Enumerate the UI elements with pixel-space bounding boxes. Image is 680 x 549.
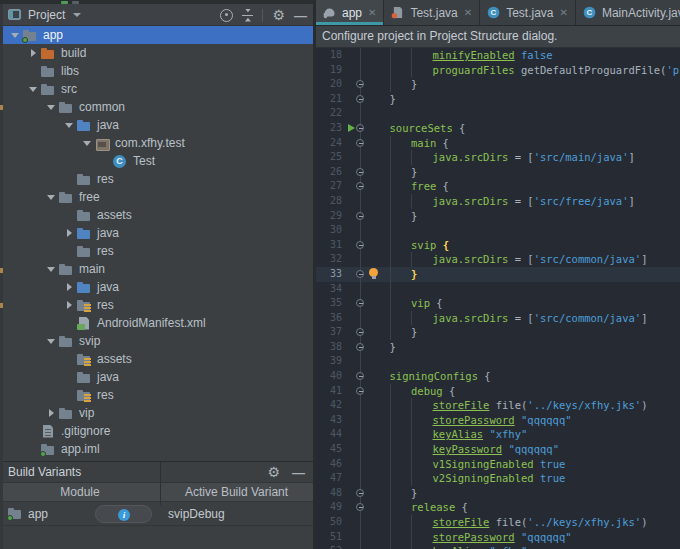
intention-bulb-icon[interactable] (369, 268, 379, 280)
tab-app-1[interactable]: app✕ (316, 0, 384, 25)
hide-panel-icon[interactable]: — (292, 466, 305, 479)
code-line-23[interactable]: 23sourceSets { (316, 121, 680, 136)
active-build-variant-cell[interactable]: svipDebug (160, 507, 225, 521)
code-line-33[interactable]: 33} (316, 267, 680, 282)
tree-item-res[interactable]: res (0, 296, 313, 314)
tree-item-java[interactable]: java (0, 224, 313, 242)
tree-item-free[interactable]: free (0, 188, 313, 206)
code-line-25[interactable]: 25java.srcDirs = ['src/main/java'] (316, 150, 680, 165)
fold-marker-icon[interactable] (356, 182, 364, 190)
tree-item-assets[interactable]: assets (0, 206, 313, 224)
gear-icon[interactable]: ⚙ (267, 466, 280, 479)
fold-marker-icon[interactable] (356, 124, 364, 132)
tree-item-res[interactable]: res (0, 170, 313, 188)
gear-icon[interactable]: ⚙ (272, 9, 285, 22)
tree-item-java[interactable]: java (0, 116, 313, 134)
code-line-27[interactable]: 27free { (316, 179, 680, 194)
tree-item-vip[interactable]: vip (0, 404, 313, 422)
collapse-all-icon[interactable] (242, 9, 253, 22)
code-line-26[interactable]: 26} (316, 165, 680, 180)
expand-arrow-closed-icon[interactable] (26, 46, 40, 60)
chevron-down-icon[interactable] (73, 13, 81, 17)
tree-item-androidmanifest-xml[interactable]: AndroidManifest.xml (0, 314, 313, 332)
code-line-22[interactable]: 22 (316, 106, 680, 121)
expand-arrow-open-icon[interactable] (44, 100, 58, 114)
code-line-44[interactable]: 44keyAlias "xfhy" (316, 427, 680, 442)
fold-marker-icon[interactable] (356, 328, 364, 336)
tree-item-java[interactable]: java (0, 278, 313, 296)
expand-arrow-open-icon[interactable] (8, 28, 22, 42)
fold-marker-icon[interactable] (356, 489, 364, 497)
fold-marker-icon[interactable] (356, 139, 364, 147)
fold-marker-icon[interactable] (356, 387, 364, 395)
code-line-40[interactable]: 40signingConfigs { (316, 369, 680, 384)
fold-marker-icon[interactable] (356, 343, 364, 351)
fold-marker-icon[interactable] (356, 95, 364, 103)
code-line-32[interactable]: 32java.srcDirs = ['src/common/java'] (316, 252, 680, 267)
tree-item-build[interactable]: build (0, 44, 313, 62)
code-line-46[interactable]: 46v1SigningEnabled true (316, 457, 680, 472)
code-line-28[interactable]: 28java.srcDirs = ['src/free/java'] (316, 194, 680, 209)
expand-arrow-open-icon[interactable] (80, 136, 94, 150)
code-line-37[interactable]: 37} (316, 325, 680, 340)
tab-test-java-3[interactable]: Test.java✕ (480, 0, 576, 25)
fold-marker-icon[interactable] (356, 212, 364, 220)
code-line-19[interactable]: 19proguardFiles getDefaultProguardFile('… (316, 63, 680, 78)
code-line-24[interactable]: 24main { (316, 136, 680, 151)
expand-arrow-closed-icon[interactable] (62, 298, 76, 312)
code-line-36[interactable]: 36java.srcDirs = ['src/common/java'] (316, 311, 680, 326)
project-panel-title[interactable]: Project (28, 8, 65, 22)
run-gutter-icon[interactable] (348, 124, 355, 132)
code-line-31[interactable]: 31svip { (316, 238, 680, 253)
expand-arrow-open-icon[interactable] (44, 262, 58, 276)
fold-marker-icon[interactable] (356, 299, 364, 307)
code-line-41[interactable]: 41debug { (316, 384, 680, 399)
code-line-21[interactable]: 21} (316, 92, 680, 107)
code-line-50[interactable]: 50storeFile file('../keys/xfhy.jks') (316, 515, 680, 530)
tab-close-icon[interactable]: ✕ (560, 8, 568, 18)
code-line-18[interactable]: 18minifyEnabled false (316, 48, 680, 63)
code-line-20[interactable]: 20} (316, 77, 680, 92)
tree-item-assets[interactable]: assets (0, 350, 313, 368)
tree-item-gitignore[interactable]: .gitignore (0, 422, 313, 440)
fold-marker-icon[interactable] (356, 241, 364, 249)
expand-arrow-open-icon[interactable] (44, 190, 58, 204)
tab-test-java-2[interactable]: Test.java✕ (384, 0, 480, 25)
tab-close-icon[interactable]: ✕ (464, 8, 472, 18)
tree-item-res[interactable]: res (0, 242, 313, 260)
code-editor[interactable]: 18minifyEnabled false19proguardFiles get… (316, 48, 680, 549)
code-line-39[interactable]: 39 (316, 354, 680, 369)
tab-mainactivity-java-4[interactable]: MainActivity.java✕ (576, 0, 680, 25)
tree-item-main[interactable]: main (0, 260, 313, 278)
expand-arrow-closed-icon[interactable] (44, 406, 58, 420)
code-line-52[interactable]: 52keyAlias "xfhy" (316, 544, 680, 549)
hide-panel-icon[interactable]: — (294, 9, 307, 22)
code-line-35[interactable]: 35vip { (316, 296, 680, 311)
tree-item-common[interactable]: common (0, 98, 313, 116)
tree-item-app-iml[interactable]: app.iml (0, 440, 313, 458)
code-line-47[interactable]: 47v2SigningEnabled true (316, 471, 680, 486)
fold-marker-icon[interactable] (356, 80, 364, 88)
tree-item-svip[interactable]: svip (0, 332, 313, 350)
code-line-42[interactable]: 42storeFile file('../keys/xfhy.jks') (316, 398, 680, 413)
fold-marker-icon[interactable] (356, 270, 364, 278)
code-line-34[interactable]: 34 (316, 282, 680, 297)
tree-item-libs[interactable]: libs (0, 62, 313, 80)
expand-arrow-closed-icon[interactable] (62, 280, 76, 294)
tree-item-test[interactable]: Test (0, 152, 313, 170)
tree-item-app[interactable]: app (0, 26, 313, 44)
expand-arrow-closed-icon[interactable] (62, 226, 76, 240)
locate-icon[interactable] (220, 9, 233, 22)
fold-marker-icon[interactable] (356, 168, 364, 176)
code-line-30[interactable]: 30 (316, 223, 680, 238)
code-line-49[interactable]: 49release { (316, 500, 680, 515)
module-info-button[interactable]: i (95, 505, 152, 523)
build-variant-row[interactable]: app i svipDebug (0, 502, 313, 526)
code-line-48[interactable]: 48} (316, 486, 680, 501)
tree-item-res[interactable]: res (0, 386, 313, 404)
code-line-45[interactable]: 45keyPassword "qqqqqq" (316, 442, 680, 457)
expand-arrow-open-icon[interactable] (26, 82, 40, 96)
code-line-43[interactable]: 43storePassword "qqqqqq" (316, 413, 680, 428)
code-line-38[interactable]: 38} (316, 340, 680, 355)
code-line-29[interactable]: 29} (316, 209, 680, 224)
